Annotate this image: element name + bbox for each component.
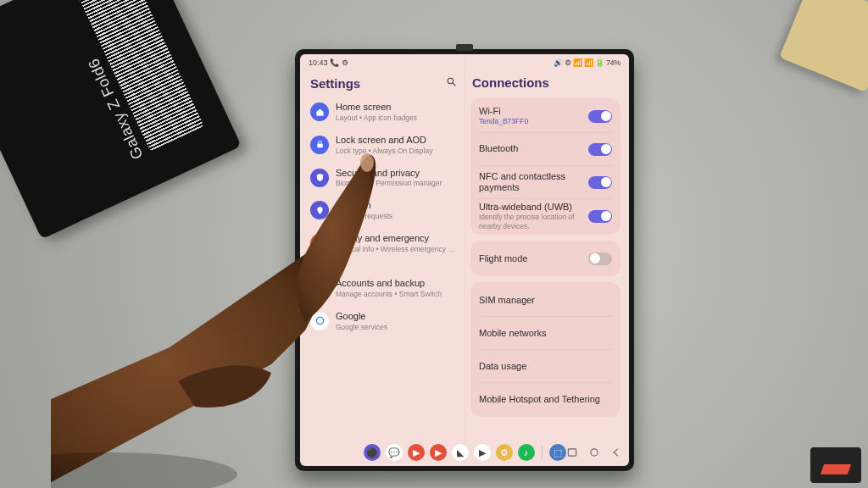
status-right-icons: 🔊 ⚙ 📶 📶 🔋 74%: [554, 58, 620, 67]
settings-pane: Settings Home screenLayout • App icon ba…: [300, 70, 465, 439]
connection-row-bluetooth[interactable]: Bluetooth: [479, 132, 612, 165]
nav-back-icon[interactable]: [610, 446, 622, 458]
connection-row-mobile-networks[interactable]: Mobile networks: [479, 316, 612, 349]
home-icon: [310, 103, 329, 121]
taskbar-app-spotify[interactable]: ♪: [518, 444, 535, 461]
connection-row-hotspot[interactable]: Mobile Hotspot and Tethering: [479, 382, 612, 415]
svg-point-4: [316, 318, 323, 324]
settings-item-title: Location: [336, 200, 457, 212]
settings-item-sub: Lock type • Always On Display: [336, 147, 457, 156]
settings-item-shield[interactable]: Security and privacyBiometrics • Permiss…: [309, 165, 459, 191]
screen: 10:43 📞 ⚙ 🔊 ⚙ 📶 📶 🔋 74% Settings Home sc…: [300, 54, 629, 466]
connection-row-title: Data usage: [479, 361, 607, 372]
svg-rect-5: [568, 449, 576, 456]
lock-icon: [310, 136, 329, 154]
settings-item-sos[interactable]: Safety and emergencyMedical info • Wirel…: [309, 230, 459, 257]
product-box: Galaxy Z Fold6: [0, 0, 242, 239]
taskbar: ⚫💬▶▶◣▶⚙♪⬚: [300, 439, 629, 466]
settings-item-sub: Location requests: [336, 212, 457, 221]
nfc-toggle[interactable]: [588, 176, 612, 189]
settings-item-title: Home screen: [336, 102, 457, 114]
shield-icon: [310, 169, 329, 187]
svg-point-0: [448, 78, 453, 84]
connection-row-sub: Identify the precise location of nearby …: [479, 213, 583, 230]
flight-mode-toggle[interactable]: [588, 252, 612, 265]
settings-item-sub: Biometrics • Permission manager: [336, 179, 457, 188]
taskbar-app-settings[interactable]: ⚙: [496, 444, 513, 461]
connection-row-title: Flight mode: [479, 253, 583, 264]
connection-row-title: Ultra-wideband (UWB): [479, 202, 583, 213]
settings-item-title: Security and privacy: [336, 168, 457, 180]
settings-item-pin[interactable]: LocationLocation requests: [309, 197, 459, 224]
connection-row-title: NFC and contactless payments: [479, 171, 583, 193]
connection-row-title: Wi-Fi: [479, 106, 583, 117]
connections-pane: Connections Wi-FiTenda_B73FF0BluetoothNF…: [465, 70, 629, 439]
settings-item-lock[interactable]: Lock screen and AODLock type • Always On…: [309, 132, 459, 158]
nav-home-icon[interactable]: [588, 446, 600, 458]
taskbar-app-play-store[interactable]: ▶: [474, 444, 491, 461]
connection-row-uwb[interactable]: Ultra-wideband (UWB)Identify the precise…: [479, 198, 612, 233]
settings-item-home[interactable]: Home screenLayout • App icon badges: [309, 99, 459, 125]
google-icon: [310, 312, 329, 330]
settings-title: Settings: [310, 76, 360, 91]
taskbar-app-gallery[interactable]: ◣: [452, 444, 469, 461]
prop-object: [779, 0, 868, 92]
connection-row-wifi[interactable]: Wi-FiTenda_B73FF0: [479, 100, 612, 132]
sos-icon: [310, 234, 329, 252]
connection-row-title: Mobile Hotspot and Tethering: [479, 394, 607, 405]
bluetooth-toggle[interactable]: [588, 143, 612, 156]
settings-item-sub: Medical info • Wireless emergency alerts: [336, 245, 457, 254]
connection-row-data-usage[interactable]: Data usage: [479, 349, 612, 382]
nav-recents-icon[interactable]: [566, 446, 578, 458]
pin-icon: [310, 201, 329, 219]
svg-rect-2: [317, 144, 322, 148]
connection-row-title: Bluetooth: [479, 143, 583, 154]
device-frame: 10:43 📞 ⚙ 🔊 ⚙ 📶 📶 🔋 74% Settings Home sc…: [295, 49, 634, 471]
connection-row-sub: Tenda_B73FF0: [479, 117, 583, 126]
svg-point-6: [591, 449, 598, 456]
cloud-icon: [310, 279, 329, 297]
settings-item-sub: Manage accounts • Smart Switch: [336, 290, 457, 299]
svg-point-3: [316, 240, 323, 247]
channel-logo: [810, 447, 861, 483]
search-icon[interactable]: [446, 75, 457, 91]
taskbar-app-youtube[interactable]: ▶: [430, 444, 447, 461]
device-hinge: [456, 44, 473, 51]
settings-item-google[interactable]: GoogleGoogle services: [309, 308, 459, 335]
connection-row-title: Mobile networks: [479, 328, 607, 339]
taskbar-app-finder[interactable]: ⚫: [364, 444, 381, 461]
taskbar-app-youtube-music[interactable]: ▶: [408, 444, 425, 461]
settings-item-sub: Google services: [336, 323, 457, 332]
settings-item-title: Accounts and backup: [336, 278, 457, 290]
connection-row-title: SIM manager: [479, 295, 607, 306]
settings-item-sub: Layout • App icon badges: [336, 114, 457, 123]
svg-line-1: [453, 83, 455, 86]
status-bar: 10:43 📞 ⚙ 🔊 ⚙ 📶 📶 🔋 74%: [300, 54, 629, 70]
uwb-toggle[interactable]: [588, 210, 612, 223]
settings-item-title: Google: [336, 311, 457, 323]
settings-item-title: Lock screen and AOD: [336, 135, 457, 147]
connection-row-flight-mode[interactable]: Flight mode: [479, 242, 612, 274]
taskbar-divider: [542, 446, 542, 459]
connection-row-sim-manager[interactable]: SIM manager: [479, 284, 612, 316]
svg-point-8: [51, 452, 237, 488]
wifi-toggle[interactable]: [588, 110, 612, 123]
connection-row-nfc[interactable]: NFC and contactless payments: [479, 165, 612, 198]
status-left-icons: 📞 ⚙: [330, 58, 348, 67]
taskbar-app-quick-panel[interactable]: ⬚: [549, 444, 566, 461]
settings-item-cloud[interactable]: Accounts and backupManage accounts • Sma…: [309, 275, 459, 302]
connections-title: Connections: [472, 75, 549, 90]
settings-item-title: Safety and emergency: [336, 233, 457, 245]
status-time: 10:43 📞 ⚙: [309, 58, 348, 67]
taskbar-app-messages[interactable]: 💬: [386, 444, 403, 461]
